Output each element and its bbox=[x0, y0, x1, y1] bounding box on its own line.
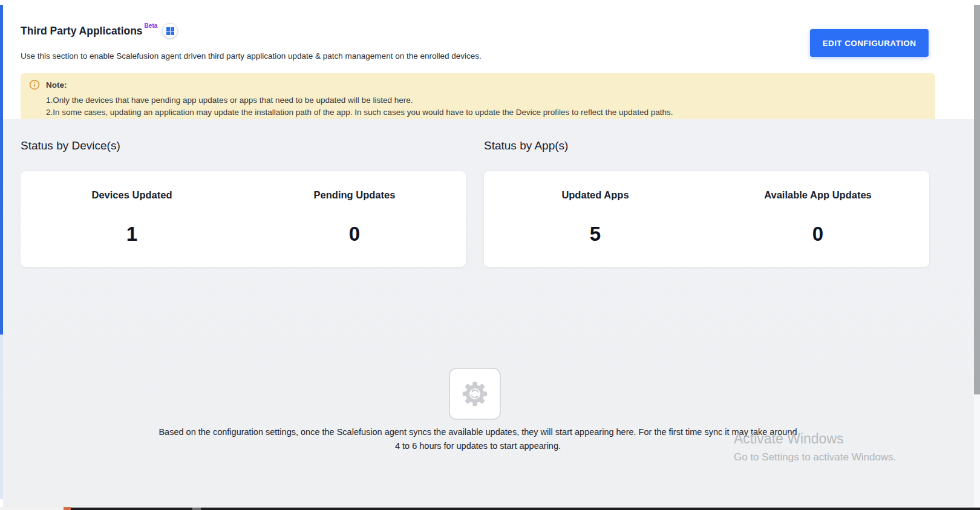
note-line-2: 2.In some cases, updating an application… bbox=[46, 106, 926, 119]
section-heading-status-by-devices: Status by Device(s) bbox=[21, 139, 120, 152]
bottom-edge-orange-segment bbox=[64, 507, 71, 510]
page-header: Third Party Applications Beta Use this s… bbox=[3, 5, 980, 119]
note-label: Note: bbox=[46, 80, 67, 90]
empty-state-message-line-1: Based on the configuration settings, onc… bbox=[3, 425, 953, 439]
vertical-scrollbar-thumb[interactable] bbox=[974, 5, 980, 394]
stat-updated-apps: Updated Apps 5 bbox=[484, 171, 707, 267]
stat-devices-updated: Devices Updated 1 bbox=[21, 171, 243, 267]
bottom-edge-strip bbox=[0, 507, 980, 510]
stat-label: Updated Apps bbox=[484, 189, 707, 201]
section-heading-status-by-apps: Status by App(s) bbox=[484, 139, 568, 152]
page-title: Third Party Applications bbox=[21, 24, 143, 38]
stat-value: 0 bbox=[707, 223, 929, 246]
stat-pending-updates: Pending Updates 0 bbox=[243, 171, 466, 267]
beta-badge: Beta bbox=[145, 22, 158, 29]
stat-value: 1 bbox=[21, 223, 243, 246]
windows-logo-icon bbox=[166, 27, 174, 35]
page-body: Status by Device(s) Status by App(s) Dev… bbox=[3, 119, 980, 507]
note-banner: Note: 1.Only the devices that have pendi… bbox=[21, 73, 935, 124]
empty-state-icon-box bbox=[449, 368, 501, 420]
windows-platform-badge[interactable] bbox=[162, 23, 178, 39]
page-title-row: Third Party Applications Beta bbox=[21, 24, 178, 39]
page-subtitle: Use this section to enable Scalefusion a… bbox=[21, 51, 482, 60]
gear-sync-icon bbox=[460, 379, 489, 408]
info-icon bbox=[29, 79, 40, 90]
note-line-1: 1.Only the devices that have pending app… bbox=[46, 94, 926, 106]
bottom-edge-gray-segment bbox=[192, 508, 201, 510]
stat-value: 0 bbox=[243, 223, 466, 246]
empty-state-message: Based on the configuration settings, onc… bbox=[3, 425, 953, 453]
edit-configuration-button[interactable]: EDIT CONFIGURATION bbox=[810, 29, 929, 57]
stat-label: Available App Updates bbox=[707, 189, 929, 201]
stat-label: Pending Updates bbox=[243, 189, 466, 201]
third-party-applications-page: Third Party Applications Beta Use this s… bbox=[0, 0, 980, 510]
empty-state-message-line-2: 4 to 6 hours for updates to start appear… bbox=[3, 439, 953, 453]
watermark-subtitle: Go to Settings to activate Windows. bbox=[734, 451, 896, 463]
vertical-scrollbar-track[interactable] bbox=[974, 5, 980, 510]
devices-status-card: Devices Updated 1 Pending Updates 0 bbox=[21, 171, 466, 267]
stat-label: Devices Updated bbox=[21, 189, 243, 201]
stat-available-app-updates: Available App Updates 0 bbox=[707, 171, 929, 267]
stat-value: 5 bbox=[484, 223, 707, 246]
bottom-edge-dark-bar bbox=[71, 508, 980, 510]
apps-status-card: Updated Apps 5 Available App Updates 0 bbox=[484, 171, 929, 267]
